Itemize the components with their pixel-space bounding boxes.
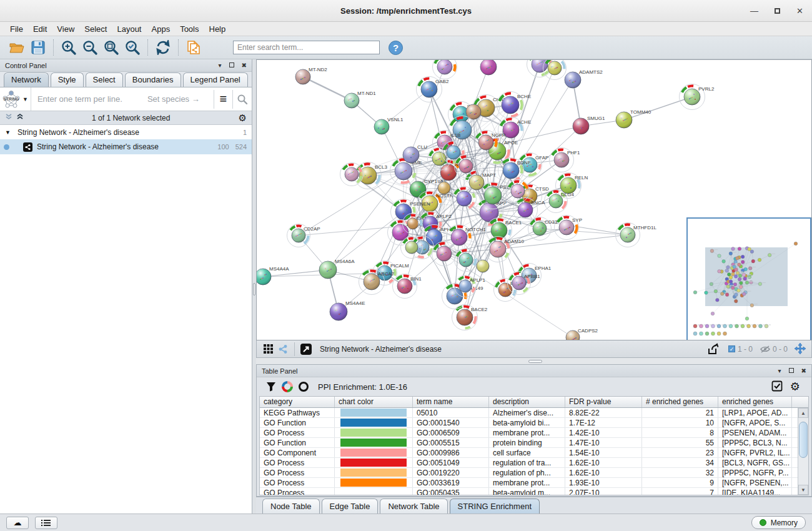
panel-menu-icon[interactable]: ▾ — [778, 368, 781, 374]
maximize-button[interactable] — [775, 7, 780, 15]
network-node-MT-ND1[interactable]: MT-ND1 — [344, 91, 376, 108]
minimize-button[interactable]: — — [750, 7, 758, 15]
table-row[interactable]: GO ProcessGO:0033619membrane prot...1.93… — [260, 478, 808, 488]
network-node[interactable] — [452, 187, 477, 211]
search-input[interactable] — [233, 41, 380, 54]
table-row[interactable]: GO ComponentGO:0009986cell surface1.54E-… — [260, 448, 808, 458]
tab-edge-table[interactable]: Edge Table — [322, 499, 379, 514]
string-share-icon[interactable] — [275, 342, 290, 356]
birds-eye-navigator[interactable] — [686, 217, 811, 340]
panel-menu-icon[interactable]: ▾ — [219, 62, 222, 69]
network-node[interactable] — [543, 60, 567, 80]
splitter-handle[interactable] — [528, 360, 542, 363]
table-row[interactable]: GO ProcessGO:0050435beta-amyloid m...2.0… — [260, 488, 808, 495]
splitter-handle[interactable] — [253, 283, 255, 295]
string-search-icon[interactable] — [233, 89, 252, 110]
menu-edit[interactable]: Edit — [28, 22, 52, 36]
column-header-description[interactable]: description — [489, 397, 565, 407]
navigator-toggle-icon[interactable] — [793, 342, 808, 356]
horizontal-splitter[interactable] — [256, 358, 812, 364]
network-node-ADAM10[interactable]: ADAM10 — [485, 237, 525, 262]
select-columns-icon[interactable] — [771, 380, 783, 394]
string-source-dropdown-icon[interactable]: ▼ — [22, 96, 28, 102]
tab-node-table[interactable]: Node Table — [262, 499, 320, 514]
scrollbar-thumb[interactable] — [799, 422, 808, 458]
network-node-GAB2[interactable]: GAB2 — [417, 77, 449, 102]
table-scrollbar[interactable]: ▲ ▼ — [798, 408, 808, 495]
column-header-FDR-p-value[interactable]: FDR p-value — [565, 397, 642, 407]
network-node-CD2AP[interactable]: CD2AP — [287, 224, 320, 247]
column-header--enriched-genes[interactable]: # enriched genes — [642, 397, 718, 407]
settings-gear-icon[interactable]: ⚙ — [790, 381, 800, 392]
network-node-PVRL2[interactable]: PVRL2 — [680, 84, 715, 110]
network-node-DLG4[interactable]: DLG4 — [545, 190, 575, 213]
column-header-enriched-genes[interactable]: enriched genes — [718, 397, 792, 407]
collapse-all-icon[interactable] — [5, 113, 12, 122]
table-row[interactable]: GO FunctionGO:0001540beta-amyloid bi...1… — [260, 418, 808, 428]
grid-mode-icon[interactable] — [260, 342, 275, 356]
help-icon[interactable]: ? — [389, 41, 403, 55]
task-list-icon[interactable] — [35, 517, 57, 529]
menu-help[interactable]: Help — [204, 22, 231, 36]
network-node-CD33[interactable]: CD33 — [528, 217, 558, 241]
network-node[interactable] — [480, 60, 497, 75]
network-node-MME[interactable]: MME — [390, 158, 422, 185]
zoom-fit-icon[interactable] — [102, 38, 121, 57]
network-node[interactable] — [477, 260, 489, 272]
export-network-icon[interactable] — [184, 38, 203, 57]
collection-expand-icon[interactable]: ▼ — [5, 129, 17, 136]
network-node-CADPS2[interactable]: CADPS2 — [566, 328, 598, 340]
column-header-term-name[interactable]: term name — [413, 397, 489, 407]
string-options-icon[interactable]: ≡ — [214, 89, 233, 110]
filter-icon[interactable] — [263, 379, 279, 394]
ring-chart-icon[interactable] — [295, 379, 312, 394]
network-node-PHF1[interactable]: PHF1 — [550, 148, 581, 172]
open-in-string-icon[interactable] — [299, 342, 314, 356]
menu-apps[interactable]: Apps — [147, 22, 176, 36]
tab-string-enrichment[interactable]: STRING Enrichment — [450, 499, 540, 514]
network-node-MTHFD1L[interactable]: MTHFD1L — [616, 223, 657, 247]
expand-all-icon[interactable] — [16, 113, 24, 122]
network-node-CLU[interactable]: CLU — [403, 144, 427, 163]
network-canvas[interactable]: MT-ND2MT-ND1VSNL1GAB2IRS1ADAMTS2PVRL2TOM… — [256, 59, 812, 340]
network-collection-row[interactable]: ▼ String Network - Alzheimer's disease 1 — [0, 125, 252, 139]
tab-network[interactable]: Network — [4, 72, 49, 87]
table-row[interactable]: GO ProcessGO:0006509membrane prot...1.42… — [260, 428, 808, 438]
network-node[interactable] — [438, 182, 450, 194]
session-cloud-icon[interactable]: ☁ — [6, 517, 29, 529]
table-row[interactable]: GO FunctionGO:0005515protein binding1.47… — [260, 438, 808, 448]
menu-tools[interactable]: Tools — [175, 22, 204, 36]
network-options-gear-icon[interactable]: ⚙ — [239, 113, 247, 122]
column-header-category[interactable]: category — [260, 397, 335, 407]
set-species-label[interactable]: Set species → — [147, 94, 214, 104]
pie-chart-icon[interactable] — [279, 379, 295, 394]
zoom-selected-icon[interactable] — [123, 38, 142, 57]
network-node-ADAMTS2[interactable]: ADAMTS2 — [565, 69, 603, 88]
network-node-TOMM40[interactable]: TOMM40 — [616, 109, 651, 128]
float-panel-icon[interactable] — [789, 368, 794, 374]
menu-select[interactable]: Select — [79, 22, 112, 36]
network-node-VSNL1[interactable]: VSNL1 — [374, 117, 404, 134]
save-session-icon[interactable] — [29, 38, 47, 57]
tab-network-table[interactable]: Network Table — [380, 499, 447, 514]
string-query-input[interactable] — [31, 87, 147, 111]
zoom-out-icon[interactable] — [81, 38, 99, 57]
menu-file[interactable]: File — [5, 22, 28, 36]
float-panel-icon[interactable] — [229, 62, 234, 69]
tab-boundaries[interactable]: Boundaries — [125, 72, 181, 87]
table-row[interactable]: GO ProcessGO:0051049regulation of tra...… — [260, 458, 808, 468]
menu-layout[interactable]: Layout — [112, 22, 146, 36]
close-panel-icon[interactable]: ✖ — [801, 368, 806, 374]
refresh-icon[interactable] — [154, 38, 172, 57]
tab-legend-panel[interactable]: Legend Panel — [183, 72, 248, 87]
scroll-up-icon[interactable]: ▲ — [798, 408, 808, 418]
network-node-SYP[interactable]: SYP — [555, 216, 583, 240]
scroll-down-icon[interactable]: ▼ — [798, 485, 808, 495]
selected-checkbox-icon[interactable]: ✓ — [728, 345, 735, 352]
open-session-icon[interactable] — [7, 38, 26, 57]
zoom-in-icon[interactable] — [59, 38, 78, 57]
table-row[interactable]: GO ProcessGO:0019220regulation of ph...1… — [260, 468, 808, 478]
network-node-APBB1[interactable]: APBB1 — [508, 272, 541, 295]
tab-select[interactable]: Select — [86, 72, 123, 87]
close-button[interactable]: ✕ — [796, 7, 803, 15]
